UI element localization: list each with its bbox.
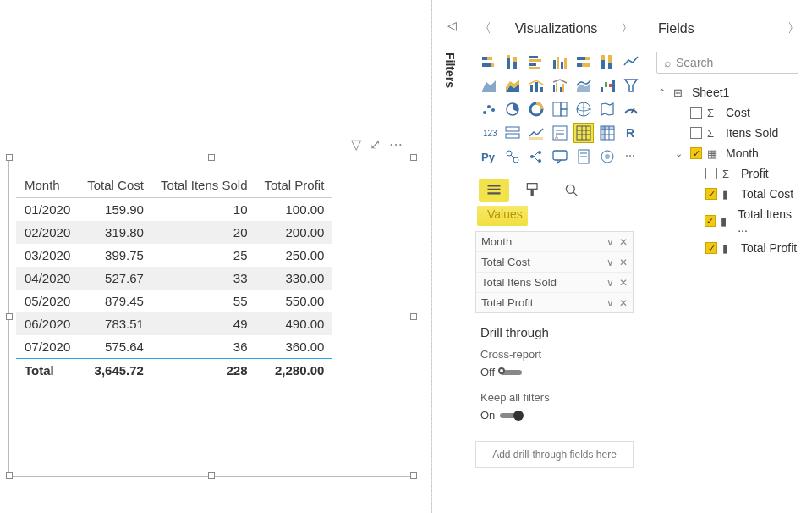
- drill-drop-zone[interactable]: Add drill-through fields here: [475, 441, 634, 468]
- line-clustered-column-icon[interactable]: [550, 75, 570, 96]
- expand-filters-icon[interactable]: ◁: [443, 19, 460, 32]
- resize-handle[interactable]: [410, 313, 417, 320]
- key-influencers-icon[interactable]: [502, 146, 523, 167]
- fields-search[interactable]: ⌕ Search: [656, 52, 798, 74]
- qa-icon[interactable]: [550, 146, 570, 167]
- table-row[interactable]: 06/2020783.5149490.00: [16, 312, 332, 335]
- report-canvas[interactable]: ▽ ⤢ ⋯ Month Total Cost Total Itens Sold …: [8, 157, 414, 477]
- caret-icon[interactable]: ⌃: [658, 87, 668, 98]
- checkbox[interactable]: [705, 168, 717, 179]
- remove-icon[interactable]: ✕: [619, 256, 628, 268]
- table-icon[interactable]: [573, 123, 594, 143]
- well-item[interactable]: Month∨✕: [476, 232, 633, 252]
- stacked-bar-100-icon[interactable]: [573, 52, 594, 72]
- checkbox[interactable]: ✓: [705, 188, 717, 200]
- resize-handle[interactable]: [208, 472, 215, 479]
- table-row[interactable]: 07/2020575.6436360.00: [16, 335, 332, 359]
- resize-handle[interactable]: [6, 313, 13, 320]
- cross-report-toggle[interactable]: Off: [480, 366, 522, 378]
- column-header[interactable]: Total Profit: [256, 173, 333, 198]
- line-chart-icon[interactable]: [621, 52, 641, 72]
- field-item[interactable]: ✓▮Total Cost: [689, 184, 800, 204]
- decomposition-icon[interactable]: [526, 146, 546, 167]
- area-chart-icon[interactable]: [479, 75, 499, 96]
- fields-tab[interactable]: [479, 179, 509, 202]
- column-header[interactable]: Total Itens Sold: [152, 173, 256, 198]
- keep-filters-toggle[interactable]: On: [480, 409, 522, 422]
- resize-handle[interactable]: [410, 154, 417, 161]
- field-item[interactable]: ΣProfit: [689, 163, 800, 184]
- remove-icon[interactable]: ✕: [619, 236, 628, 248]
- well-item[interactable]: Total Cost∨✕: [476, 252, 633, 273]
- table-row[interactable]: 03/2020399.7525250.00: [16, 244, 332, 267]
- ribbon-chart-icon[interactable]: [573, 75, 594, 96]
- analytics-tab[interactable]: [557, 179, 587, 202]
- arcgis-icon[interactable]: [597, 146, 617, 167]
- chevron-down-icon[interactable]: ∨: [606, 297, 614, 309]
- pane-divider[interactable]: [431, 0, 432, 513]
- table-row[interactable]: 04/2020527.6733330.00: [16, 267, 332, 290]
- donut-chart-icon[interactable]: [526, 99, 546, 119]
- treemap-icon[interactable]: [550, 99, 570, 119]
- table-visual[interactable]: Month Total Cost Total Itens Sold Total …: [16, 173, 332, 382]
- expand-icon[interactable]: 〉: [787, 20, 800, 36]
- field-item[interactable]: ✓▮Total Profit: [689, 238, 800, 258]
- matrix-icon[interactable]: [597, 123, 617, 143]
- remove-icon[interactable]: ✕: [619, 277, 628, 289]
- chevron-down-icon[interactable]: ∨: [606, 256, 614, 268]
- field-item[interactable]: ΣCost: [673, 102, 800, 123]
- paginated-icon[interactable]: [573, 146, 594, 167]
- table-row[interactable]: 05/2020879.4555550.00: [16, 290, 332, 312]
- funnel-icon[interactable]: [621, 75, 641, 96]
- well-item[interactable]: Total Itens Sold∨✕: [476, 273, 633, 293]
- more-icon[interactable]: ⋯: [389, 136, 403, 152]
- checkbox[interactable]: [690, 107, 702, 119]
- waterfall-icon[interactable]: [597, 75, 617, 96]
- resize-handle[interactable]: [6, 472, 13, 479]
- filters-pane[interactable]: ◁ Filters: [443, 19, 460, 88]
- stacked-column-100-icon[interactable]: [597, 52, 617, 72]
- visual-selection[interactable]: Month Total Cost Total Itens Sold Total …: [8, 157, 414, 477]
- filled-map-icon[interactable]: [597, 99, 617, 119]
- card-icon[interactable]: 123: [479, 123, 499, 143]
- resize-handle[interactable]: [410, 472, 417, 479]
- kpi-icon[interactable]: [526, 123, 546, 143]
- checkbox[interactable]: ✓: [705, 242, 717, 254]
- caret-icon[interactable]: ⌄: [675, 148, 685, 159]
- scatter-icon[interactable]: [479, 99, 499, 119]
- stacked-column-icon[interactable]: [502, 52, 523, 72]
- resize-handle[interactable]: [208, 154, 215, 161]
- map-icon[interactable]: [573, 99, 594, 119]
- line-stacked-column-icon[interactable]: [526, 75, 546, 96]
- filter-icon[interactable]: ▽: [351, 136, 361, 152]
- more-visuals-icon[interactable]: ⋯: [621, 146, 641, 167]
- table-node[interactable]: ⌃ ⊞ Sheet1: [656, 82, 800, 102]
- format-tab[interactable]: [518, 179, 548, 202]
- remove-icon[interactable]: ✕: [619, 297, 628, 309]
- resize-handle[interactable]: [6, 154, 13, 161]
- values-well[interactable]: Month∨✕ Total Cost∨✕ Total Itens Sold∨✕ …: [475, 231, 634, 313]
- table-row[interactable]: 02/2020319.8020200.00: [16, 221, 332, 244]
- checkbox[interactable]: ✓: [690, 147, 702, 159]
- well-item[interactable]: Total Profit∨✕: [476, 293, 633, 312]
- checkbox[interactable]: [690, 127, 702, 139]
- stacked-bar-icon[interactable]: [479, 52, 499, 72]
- field-item[interactable]: ✓▮Total Itens ...: [689, 204, 800, 238]
- chevron-down-icon[interactable]: ∨: [606, 236, 614, 248]
- r-visual-icon[interactable]: R: [621, 123, 641, 143]
- multi-row-card-icon[interactable]: [502, 123, 523, 143]
- gauge-icon[interactable]: [621, 99, 641, 119]
- focus-icon[interactable]: ⤢: [370, 136, 381, 152]
- table-row[interactable]: 01/2020159.9010100.00: [16, 198, 332, 222]
- column-header[interactable]: Total Cost: [79, 173, 152, 198]
- pie-chart-icon[interactable]: [502, 99, 523, 119]
- clustered-column-icon[interactable]: [550, 52, 570, 72]
- field-item[interactable]: ΣItens Sold: [673, 123, 800, 143]
- field-item[interactable]: ⌄✓▦Month: [673, 143, 800, 163]
- slicer-icon[interactable]: A: [550, 123, 570, 143]
- stacked-area-icon[interactable]: [502, 75, 523, 96]
- python-visual-icon[interactable]: Py: [479, 146, 499, 167]
- expand-icon[interactable]: 〉: [621, 20, 634, 36]
- collapse-icon[interactable]: 〈: [479, 20, 491, 36]
- column-header[interactable]: Month: [16, 173, 79, 198]
